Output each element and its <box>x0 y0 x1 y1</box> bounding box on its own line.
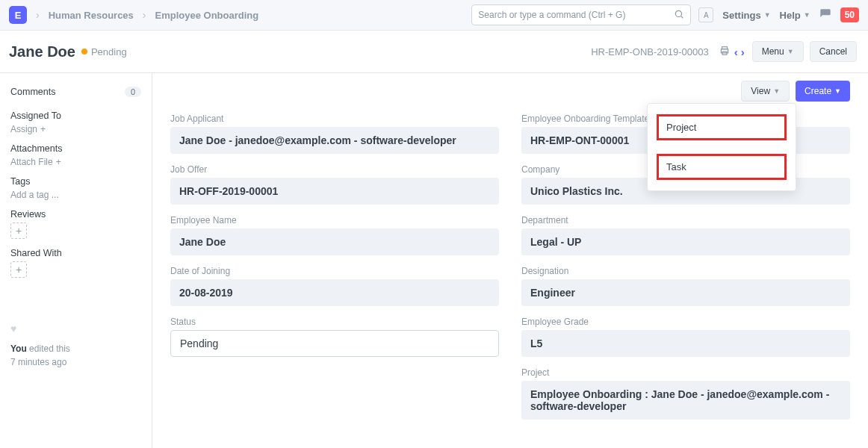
sidebar-assigned-to-label: Assigned To <box>10 102 141 121</box>
sidebar: Comments 0 Assigned To Assign + Attachme… <box>0 73 152 448</box>
global-search[interactable] <box>471 4 691 25</box>
assign-action[interactable]: Assign + <box>10 121 141 134</box>
breadcrumb-onboarding[interactable]: Employee Onboarding <box>155 10 259 21</box>
dropdown-item-task[interactable]: Task <box>657 154 787 180</box>
user-avatar-letter[interactable]: A <box>698 7 713 22</box>
field-job-applicant: Job Applicant Jane Doe - janedoe@example… <box>170 113 499 154</box>
caret-down-icon: ▼ <box>773 87 780 95</box>
create-dropdown: Project Task <box>647 103 796 191</box>
svg-point-0 <box>676 10 682 16</box>
sidebar-reviews-label: Reviews <box>10 200 141 220</box>
field-employee-grade: Employee Grade L5 <box>521 317 850 357</box>
field-department: Department Legal - UP <box>521 215 850 255</box>
menu-label: Menu <box>762 46 784 57</box>
add-review-button[interactable]: + <box>10 223 27 239</box>
page-title: Jane Doe <box>9 43 75 60</box>
job-applicant-value[interactable]: Jane Doe - janedoe@example.com - softwar… <box>170 127 499 154</box>
chat-icon[interactable] <box>819 8 831 22</box>
status-dot-icon <box>81 49 87 55</box>
status-text: Pending <box>91 46 127 57</box>
settings-menu[interactable]: Settings ▼ <box>722 10 770 21</box>
settings-label: Settings <box>722 10 760 21</box>
navbar: E › Human Resources › Employee Onboardin… <box>0 0 868 31</box>
search-input[interactable] <box>478 10 674 20</box>
page-head: Jane Doe Pending HR-EMP-ONB-2019-00003 ‹… <box>0 31 868 73</box>
like-icon[interactable]: ♥ <box>10 323 141 335</box>
comments-count: 0 <box>125 87 141 97</box>
field-designation: Designation Engineer <box>521 266 850 306</box>
field-date-of-joining: Date of Joining 20-08-2019 <box>170 266 499 306</box>
sidebar-tags-label: Tags <box>10 167 141 187</box>
field-job-offer: Job Offer HR-OFF-2019-00001 <box>170 164 499 205</box>
next-doc-button[interactable]: › <box>740 46 746 58</box>
menu-button[interactable]: Menu ▼ <box>752 41 804 62</box>
edit-time: 7 minutes ago <box>10 357 66 367</box>
cancel-button[interactable]: Cancel <box>810 41 857 62</box>
create-button[interactable]: Create ▼ <box>796 81 850 102</box>
doj-value[interactable]: 20-08-2019 <box>170 279 499 306</box>
job-offer-value[interactable]: HR-OFF-2019-00001 <box>170 178 499 205</box>
department-value[interactable]: Legal - UP <box>521 228 850 255</box>
caret-down-icon: ▼ <box>787 48 794 55</box>
sidebar-shared-label: Shared With <box>10 239 141 258</box>
sidebar-attachments-label: Attachments <box>10 134 141 154</box>
field-employee-name: Employee Name Jane Doe <box>170 215 499 255</box>
svg-line-1 <box>681 16 683 18</box>
chevron-right-icon: › <box>141 9 148 21</box>
app-logo[interactable]: E <box>9 6 27 24</box>
print-icon[interactable] <box>716 46 733 58</box>
attach-file-action[interactable]: Attach File + <box>10 154 141 167</box>
main-content: View ▼ Create ▼ Project Task Job Applica… <box>152 73 868 448</box>
status-select[interactable]: Pending <box>170 330 499 357</box>
help-label: Help <box>780 10 801 21</box>
document-id: HR-EMP-ONB-2019-00003 <box>591 46 709 57</box>
notification-badge[interactable]: 50 <box>840 7 859 22</box>
field-status: Status Pending <box>170 317 499 357</box>
search-icon <box>674 9 684 22</box>
grade-value[interactable]: L5 <box>521 330 850 357</box>
designation-value[interactable]: Engineer <box>521 279 850 306</box>
chevron-right-icon: › <box>34 9 41 21</box>
plus-icon: + <box>40 124 46 134</box>
edit-log: You edited this 7 minutes ago <box>10 342 141 369</box>
caret-down-icon: ▼ <box>764 11 771 19</box>
sidebar-comments[interactable]: Comments 0 <box>10 82 141 102</box>
field-project: Project Employee Onboarding : Jane Doe -… <box>521 367 850 420</box>
view-button[interactable]: View ▼ <box>741 81 790 102</box>
prev-doc-button[interactable]: ‹ <box>733 46 740 58</box>
caret-down-icon: ▼ <box>804 11 810 19</box>
help-menu[interactable]: Help ▼ <box>780 10 810 21</box>
caret-down-icon: ▼ <box>834 87 841 95</box>
status-badge: Pending <box>81 46 127 57</box>
employee-name-value[interactable]: Jane Doe <box>170 228 499 255</box>
add-share-button[interactable]: + <box>10 261 27 278</box>
plus-icon: + <box>56 157 61 167</box>
dropdown-item-project[interactable]: Project <box>657 114 787 140</box>
project-value[interactable]: Employee Onboarding : Jane Doe - janedoe… <box>521 381 850 420</box>
add-tag-action[interactable]: Add a tag ... <box>10 187 141 200</box>
breadcrumb-hr[interactable]: Human Resources <box>49 10 134 21</box>
